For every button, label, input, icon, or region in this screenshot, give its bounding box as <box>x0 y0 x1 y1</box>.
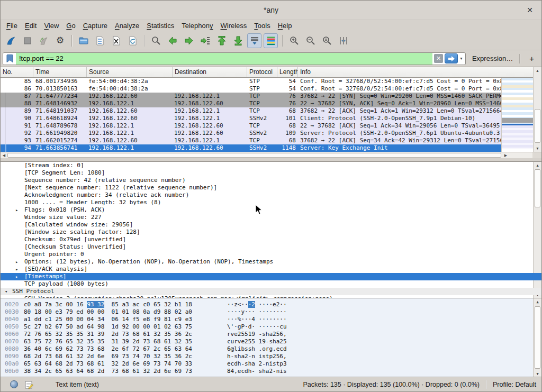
ascii-bytes[interactable]: \'·gP·d· ······cu <box>227 323 287 331</box>
packet-row-93[interactable]: 9371.662015274192.168.122.60192.168.122.… <box>1 137 541 144</box>
scroll-up-arrow[interactable]: ▲ <box>534 67 541 74</box>
go-forward-button[interactable] <box>182 33 196 48</box>
auto-scroll-toggle[interactable] <box>247 33 261 48</box>
menu-file[interactable]: File <box>3 21 21 30</box>
collapsed-arrow-icon[interactable]: ▸ <box>15 273 18 280</box>
save-file-button[interactable] <box>93 33 107 48</box>
detail-line-10[interactable]: Checksum: 0x79ed [unverified] <box>1 236 541 243</box>
detail-line-14[interactable]: ▸[SEQ/ACK analysis] <box>1 266 541 273</box>
menu-wireless[interactable]: Wireless <box>217 21 251 30</box>
detail-line-15[interactable]: ▸[Timestamps] <box>1 273 541 280</box>
detail-line-17[interactable]: ▾SSH Protocol <box>1 288 541 295</box>
packet-row-86[interactable]: 8670.013850163fe:54:00:d4:38:2aSTP54Conf… <box>1 85 541 93</box>
detail-line-16[interactable]: TCP payload (1080 bytes) <box>1 280 541 288</box>
hex-row-0050[interactable]: 00505c 27 b2 67 50 ad 64 98 1d 92 00 00 … <box>1 323 541 331</box>
resize-columns-button[interactable] <box>336 33 350 48</box>
detail-line-7[interactable]: Window size value: 227 <box>1 214 541 221</box>
capture-comment-icon[interactable] <box>24 380 33 389</box>
hex-bytes[interactable]: 36 40 6c 69 62 73 73 68 2e 6f 72 67 2c 6… <box>24 345 192 353</box>
menu-capture[interactable]: Capture <box>79 21 111 30</box>
ascii-bytes[interactable]: 6@libssh .org,ecd <box>227 345 287 353</box>
scroll-down-arrow[interactable]: ▼ <box>534 145 541 152</box>
detail-line-4[interactable]: Acknowledgment number: 34 (relative ack … <box>1 192 541 199</box>
hex-row-0070[interactable]: 007063 75 72 76 65 32 35 35 31 39 2d 73 … <box>1 338 541 345</box>
close-file-button[interactable] <box>109 33 123 48</box>
column-header-protocol[interactable]: Protocol <box>247 67 277 78</box>
menu-help[interactable]: Help <box>274 21 296 30</box>
filter-bookmark-button[interactable] <box>3 53 16 65</box>
intelligent-scrollbar-minimap[interactable] <box>501 78 534 152</box>
column-header-time[interactable]: Time <box>33 67 87 78</box>
detail-line-13[interactable]: ▸Options: (12 bytes), No-Operation (NOP)… <box>1 258 541 266</box>
ascii-bytes[interactable]: ····y··· ········ <box>227 308 287 316</box>
collapsed-arrow-icon[interactable]: ▸ <box>15 206 18 214</box>
hex-bytes[interactable]: 68 2d 73 68 61 32 2d 6e 69 73 74 70 32 3… <box>24 353 192 360</box>
detail-line-6[interactable]: ▸Flags: 0x018 (PSH, ACK) <box>1 206 541 214</box>
ascii-bytes[interactable]: ··z<···2 ····e2·· <box>227 301 287 308</box>
hex-row-0080[interactable]: 008036 40 6c 69 62 73 73 68 2e 6f 72 67 … <box>1 345 541 353</box>
go-last-button[interactable] <box>231 33 245 48</box>
hex-bytes[interactable]: 72 76 65 32 35 35 31 39 2d 73 68 61 32 3… <box>24 331 192 338</box>
zoom-actual-button[interactable] <box>320 33 334 48</box>
detail-line-5[interactable]: 1000 .... = Header Length: 32 bytes (8) <box>1 199 541 206</box>
menu-analyze[interactable]: Analyze <box>111 21 143 30</box>
detail-line-11[interactable]: [Checksum Status: Unverified] <box>1 243 541 251</box>
column-header-source[interactable]: Source <box>87 67 173 78</box>
hex-bytes[interactable]: 65 63 64 68 2d 73 68 61 32 2d 6e 69 73 7… <box>24 360 192 368</box>
column-header-info[interactable]: Info <box>298 67 534 78</box>
column-header-no[interactable]: No. <box>1 67 33 78</box>
detail-line-3[interactable]: [Next sequence number: 1122 (relative se… <box>1 184 541 192</box>
menu-tools[interactable]: Tools <box>250 21 274 30</box>
menu-view[interactable]: View <box>40 21 62 30</box>
hex-row-00a0[interactable]: 00a065 63 64 68 2d 73 68 61 32 2d 6e 69 … <box>1 360 541 368</box>
scroll-right-arrow[interactable]: ▶ <box>502 152 509 158</box>
packet-row-87[interactable]: 8771.647777234192.168.122.60192.168.122.… <box>1 93 541 100</box>
filter-clear-button[interactable]: ✕ <box>434 54 443 63</box>
detail-line-12[interactable]: Urgent pointer: 0 <box>1 251 541 258</box>
scroll-left-arrow[interactable]: ◀ <box>1 152 7 158</box>
menu-telephony[interactable]: Telephony <box>178 21 216 30</box>
packet-list-vscrollbar[interactable]: ▲ ▼ <box>533 67 541 152</box>
packet-row-89[interactable]: 8971.648191037192.168.122.60192.168.122.… <box>1 107 541 115</box>
expert-info-icon[interactable] <box>10 380 18 388</box>
ascii-bytes[interactable]: curve255 19-sha25 <box>227 338 287 345</box>
reload-file-button[interactable] <box>125 33 140 48</box>
detail-line-0[interactable]: [Stream index: 0] <box>1 162 541 169</box>
close-window-button[interactable]: ✕ <box>525 5 535 15</box>
collapsed-arrow-icon[interactable]: ▸ <box>15 266 18 273</box>
find-packet-button[interactable] <box>149 33 163 48</box>
column-header-destination[interactable]: Destination <box>173 67 247 78</box>
hex-bytes[interactable]: a1 dd c1 25 00 00 04 34 06 14 f5 e8 f9 8… <box>24 316 192 323</box>
hex-bytes[interactable]: 5c 27 b2 67 50 ad 64 98 1d 92 00 00 01 0… <box>24 323 192 331</box>
start-capture-button[interactable] <box>4 33 18 48</box>
expanded-arrow-icon[interactable]: ▾ <box>5 288 7 295</box>
menu-edit[interactable]: Edit <box>21 21 40 30</box>
detail-line-8[interactable]: [Calculated window size: 29056] <box>1 221 541 229</box>
zoom-out-button[interactable] <box>303 33 318 48</box>
colorize-toggle[interactable] <box>264 33 278 48</box>
hex-bytes[interactable]: 80 18 00 e3 79 ed 00 00 01 01 08 0a d9 8… <box>24 308 192 316</box>
go-to-packet-button[interactable] <box>198 33 212 48</box>
hex-row-00b0[interactable]: 00b038 34 2c 65 63 64 68 2d 73 68 61 32 … <box>1 368 541 375</box>
packet-row-92[interactable]: 9271.661949820192.168.122.1192.168.122.6… <box>1 130 541 137</box>
hex-row-0090[interactable]: 009068 2d 73 68 61 32 2d 6e 69 73 74 70 … <box>1 353 541 360</box>
hex-bytes[interactable]: c0 a8 7a 3c 00 16 93 32 85 a3 ac c0 65 3… <box>24 301 192 308</box>
packet-row-88[interactable]: 8871.648146932192.168.122.1192.168.122.6… <box>1 100 541 107</box>
menu-statistics[interactable]: Statistics <box>143 21 178 30</box>
display-filter-input[interactable]: !tcp.port == 22 ✕ ▼ <box>3 52 466 65</box>
detail-line-9[interactable]: [Window size scaling factor: 128] <box>1 229 541 236</box>
hex-row-0020[interactable]: 0020c0 a8 7a 3c 00 16 93 32 85 a3 ac c0 … <box>1 301 541 308</box>
restart-capture-button[interactable] <box>37 33 51 48</box>
ascii-bytes[interactable]: ···%···4 ········ <box>227 316 287 323</box>
ascii-bytes[interactable]: ecdh-sha 2-nistp3 <box>227 360 287 368</box>
filter-text[interactable]: !tcp.port == 22 <box>16 53 432 65</box>
packet-row-94[interactable]: 9471.663856741192.168.122.1192.168.122.6… <box>1 144 541 152</box>
stop-capture-button[interactable] <box>20 33 34 48</box>
hex-bytes[interactable]: 38 34 2c 65 63 64 68 2d 73 68 61 32 2d 6… <box>24 368 192 375</box>
open-file-button[interactable] <box>76 33 91 48</box>
go-back-button[interactable] <box>165 33 179 48</box>
packet-row-90[interactable]: 9071.648618924192.168.122.60192.168.122.… <box>1 115 541 122</box>
packet-row-91[interactable]: 9171.648789678192.168.122.1192.168.122.6… <box>1 122 541 130</box>
add-filter-button[interactable]: + <box>525 54 538 63</box>
ascii-bytes[interactable]: 84,ecdh- sha2-nis <box>227 368 287 375</box>
